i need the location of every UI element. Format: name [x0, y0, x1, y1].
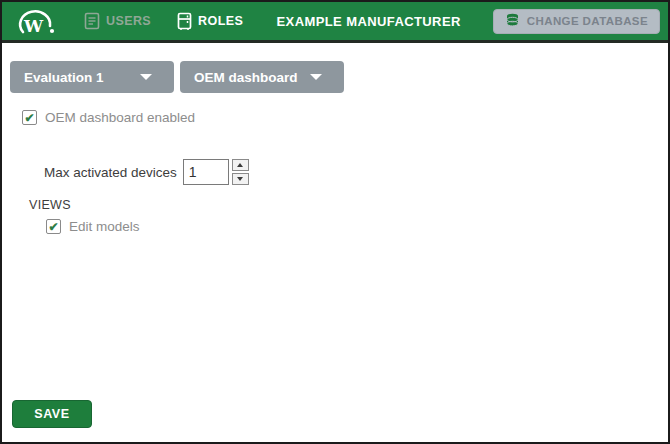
manufacturer-title: EXAMPLE MANUFACTURER [277, 14, 461, 29]
users-list-icon [84, 12, 100, 30]
save-button[interactable]: SAVE [12, 400, 92, 428]
edit-models-checkbox[interactable]: ✔ [46, 219, 61, 234]
oem-enabled-label: OEM dashboard enabled [45, 110, 195, 125]
filter-row: Evaluation 1 OEM dashboard [10, 61, 344, 93]
nav-item-users[interactable]: USERS [84, 12, 151, 30]
main-nav: USERS ROLES [84, 12, 243, 31]
nav-item-roles[interactable]: ROLES [177, 12, 243, 31]
views-section-heading: VIEWS [29, 198, 71, 212]
edit-models-row: ✔ Edit models [46, 219, 140, 234]
svg-text:W: W [23, 16, 44, 36]
oem-enabled-row: ✔ OEM dashboard enabled [22, 110, 195, 125]
role-select[interactable]: Evaluation 1 [10, 61, 174, 93]
top-navbar: W USERS [2, 2, 668, 43]
oem-enabled-checkbox[interactable]: ✔ [22, 110, 37, 125]
nav-roles-label: ROLES [198, 14, 243, 28]
change-database-button[interactable]: CHANGE DATABASE [493, 9, 660, 34]
max-devices-input[interactable] [183, 159, 229, 185]
chevron-down-icon [310, 74, 322, 80]
roles-cabinet-icon [177, 12, 192, 31]
role-select-value: Evaluation 1 [24, 70, 140, 85]
arrow-down-icon [237, 177, 243, 181]
app-window: W USERS [0, 0, 670, 444]
change-database-label: CHANGE DATABASE [527, 15, 648, 27]
nav-users-label: USERS [106, 14, 151, 28]
section-select[interactable]: OEM dashboard [180, 61, 344, 93]
edit-models-label: Edit models [69, 219, 140, 234]
chevron-down-icon [140, 74, 152, 80]
spinner-up-button[interactable] [232, 159, 249, 171]
arrow-up-icon [237, 163, 243, 167]
max-devices-spinner [232, 159, 249, 185]
database-icon [505, 13, 520, 29]
brand-logo-icon: W [16, 2, 60, 40]
spinner-down-button[interactable] [232, 173, 249, 185]
max-devices-row: Max activated devices [44, 158, 249, 186]
section-select-value: OEM dashboard [194, 70, 310, 85]
main-content: Evaluation 1 OEM dashboard ✔ OEM dashboa… [2, 43, 668, 439]
max-devices-label: Max activated devices [44, 165, 177, 180]
